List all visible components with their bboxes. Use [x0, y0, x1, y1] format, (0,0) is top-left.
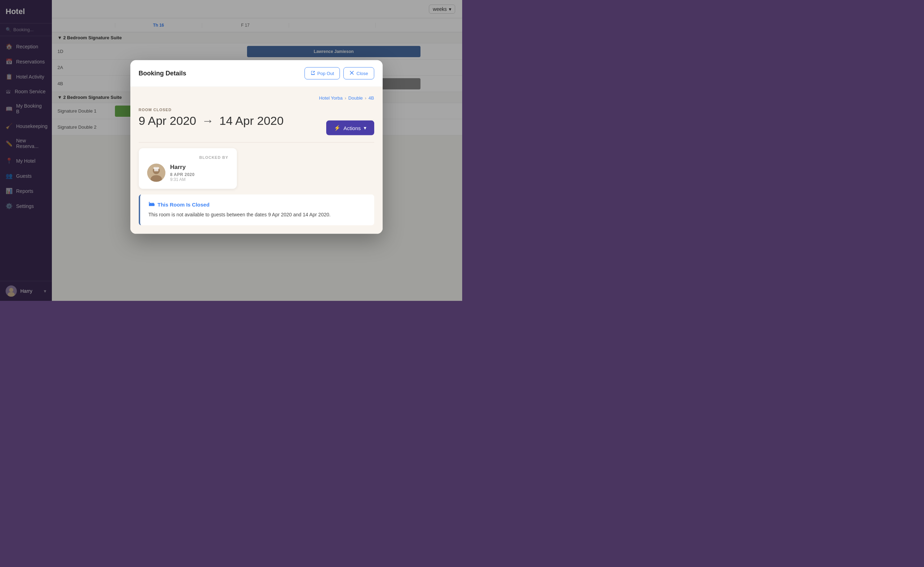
pop-out-label: Pop Out	[318, 71, 334, 76]
info-section-body: This room is not available to guests bet…	[148, 211, 366, 218]
modal-header-actions: Pop Out Close	[304, 67, 374, 80]
info-section-title: This Room Is Closed	[148, 202, 366, 208]
blocked-by-card: BLOCKED BY Harry 8 APR 2020 9:31 AM	[139, 148, 237, 189]
lightning-icon: ⚡	[334, 125, 340, 131]
booking-details-modal: Booking Details Pop Out Close	[130, 60, 382, 234]
svg-rect-6	[154, 168, 158, 171]
bed-icon	[148, 202, 155, 208]
blocked-by-label: BLOCKED BY	[147, 155, 228, 159]
person-info: Harry 8 APR 2020 9:31 AM	[170, 164, 195, 182]
date-arrow: →	[202, 114, 214, 128]
blocker-avatar	[147, 164, 165, 182]
breadcrumb-room[interactable]: 4B	[369, 95, 374, 101]
svg-rect-10	[152, 203, 154, 204]
svg-rect-9	[150, 203, 152, 204]
blocker-name: Harry	[170, 164, 195, 171]
modal-header: Booking Details Pop Out Close	[130, 60, 382, 87]
close-button[interactable]: Close	[344, 67, 374, 80]
modal-body: Hotel Yorba › Double › 4B ROOM CLOSED 9 …	[130, 87, 382, 234]
room-closed-label: ROOM CLOSED	[139, 108, 374, 112]
actions-button[interactable]: ⚡ Actions ▾	[326, 120, 374, 135]
date-from: 9 Apr 2020	[139, 114, 196, 128]
blocker-time: 9:31 AM	[170, 177, 195, 182]
breadcrumb: Hotel Yorba › Double › 4B	[139, 95, 374, 101]
date-to: 14 Apr 2020	[219, 114, 284, 128]
close-label: Close	[356, 71, 368, 76]
actions-chevron-icon: ▾	[364, 125, 366, 131]
modal-title: Booking Details	[139, 70, 186, 77]
blocker-date: 8 APR 2020	[170, 172, 195, 177]
breadcrumb-room-type[interactable]: Double	[348, 95, 363, 101]
blocked-by-content: Harry 8 APR 2020 9:31 AM	[147, 164, 228, 182]
modal-divider	[139, 142, 374, 143]
close-icon	[350, 71, 354, 77]
breadcrumb-sep-1: ›	[345, 95, 346, 101]
info-section: This Room Is Closed This room is not ava…	[139, 195, 374, 226]
svg-rect-7	[149, 204, 154, 206]
info-title: This Room Is Closed	[158, 202, 210, 208]
pop-out-button[interactable]: Pop Out	[304, 67, 340, 80]
pop-out-icon	[310, 71, 315, 77]
actions-label: Actions	[344, 125, 360, 131]
svg-rect-8	[149, 202, 150, 206]
breadcrumb-hotel[interactable]: Hotel Yorba	[319, 95, 342, 101]
breadcrumb-sep-2: ›	[365, 95, 366, 101]
